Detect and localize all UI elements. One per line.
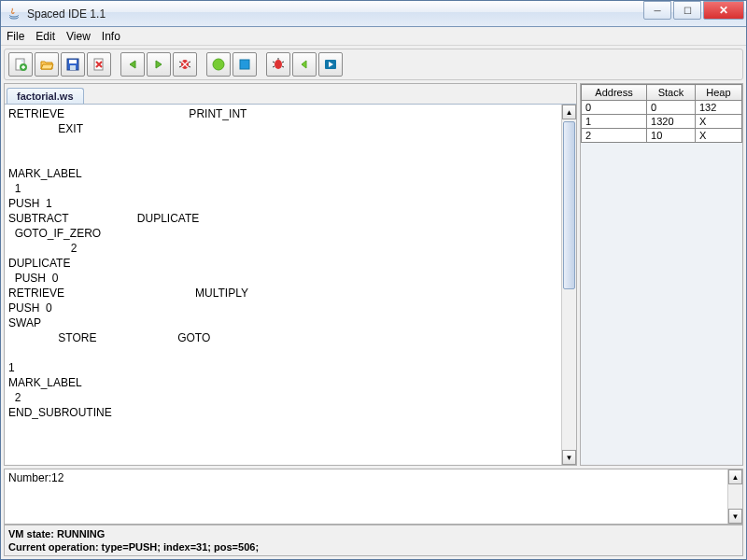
menu-view[interactable]: View <box>66 30 91 43</box>
upper-split: factorial.ws RETRIEVE PRINT_INT EXIT MAR… <box>4 83 743 466</box>
col-heap[interactable]: Heap <box>695 85 741 101</box>
editor: RETRIEVE PRINT_INT EXIT MARK_LABEL 1 PUS… <box>5 105 576 465</box>
step-forward-button[interactable] <box>318 52 343 77</box>
menu-edit[interactable]: Edit <box>35 30 55 43</box>
tab-factorial[interactable]: factorial.ws <box>7 88 84 104</box>
svg-point-9 <box>275 60 282 69</box>
memory-table: Address Stack Heap 0 0 132 1 1320 <box>581 84 742 143</box>
bug-x-icon <box>177 57 192 72</box>
output-pane: Number:12 ▲ ▼ <box>4 469 743 525</box>
menu-info[interactable]: Info <box>102 30 120 43</box>
table-row: 1 1320 X <box>582 115 742 129</box>
close-button[interactable]: ✕ <box>703 1 744 20</box>
arrow-right-icon <box>151 57 166 72</box>
col-stack[interactable]: Stack <box>647 85 696 101</box>
editor-content[interactable]: RETRIEVE PRINT_INT EXIT MARK_LABEL 1 PUS… <box>5 105 576 465</box>
svg-rect-3 <box>69 60 77 63</box>
maximize-button[interactable]: ☐ <box>673 1 701 20</box>
scroll-thumb[interactable] <box>563 121 575 289</box>
stop-button[interactable] <box>233 52 257 77</box>
output-text: Number:12 <box>8 471 63 484</box>
step-forward-icon <box>323 57 338 72</box>
current-op: Current operation: type=PUSH; index=31; … <box>8 540 739 553</box>
new-file-icon <box>13 57 28 72</box>
folder-open-icon <box>39 57 54 72</box>
titlebar: Spaced IDE 1.1 ─ ☐ ✕ <box>1 1 746 27</box>
arrow-left-icon <box>125 57 140 72</box>
save-button[interactable] <box>61 52 85 77</box>
debug-button[interactable] <box>266 52 290 77</box>
save-icon <box>65 57 80 72</box>
vm-state: VM state: RUNNING <box>8 527 739 540</box>
scroll-up-icon[interactable]: ▲ <box>562 105 576 119</box>
window-title: Spaced IDE 1.1 <box>27 7 643 21</box>
java-icon <box>7 7 21 21</box>
scroll-down-icon[interactable]: ▼ <box>562 450 576 465</box>
output-scrollbar[interactable]: ▲ ▼ <box>727 469 742 524</box>
menu-file[interactable]: File <box>7 30 24 43</box>
table-row: 0 0 132 <box>582 101 742 115</box>
run-icon <box>211 57 226 72</box>
clear-debug-button[interactable] <box>173 52 197 77</box>
delete-icon <box>92 57 106 72</box>
new-file-button[interactable] <box>8 52 33 77</box>
step-back-button[interactable] <box>292 52 317 77</box>
scroll-up-icon[interactable]: ▲ <box>728 469 742 484</box>
editor-pane: factorial.ws RETRIEVE PRINT_INT EXIT MAR… <box>4 83 577 466</box>
app-window: Spaced IDE 1.1 ─ ☐ ✕ File Edit View Info <box>0 0 747 560</box>
editor-scrollbar[interactable]: ▲ ▼ <box>561 105 576 465</box>
table-row: 2 10 X <box>582 129 742 143</box>
menubar: File Edit View Info <box>1 27 746 46</box>
col-address[interactable]: Address <box>582 85 647 101</box>
toolbar <box>4 49 743 80</box>
undo-button[interactable] <box>120 52 145 77</box>
editor-tabs: factorial.ws <box>5 84 576 105</box>
scroll-down-icon[interactable]: ▼ <box>728 509 742 524</box>
main-area: factorial.ws RETRIEVE PRINT_INT EXIT MAR… <box>4 83 743 525</box>
svg-rect-4 <box>70 65 76 70</box>
svg-point-7 <box>213 59 224 70</box>
memory-pane: Address Stack Heap 0 0 132 1 1320 <box>580 83 743 466</box>
bug-icon <box>271 57 286 72</box>
window-controls: ─ ☐ ✕ <box>643 1 746 26</box>
redo-button[interactable] <box>147 52 171 77</box>
step-back-icon <box>297 57 312 72</box>
minimize-button[interactable]: ─ <box>643 1 671 20</box>
stop-icon <box>237 57 252 72</box>
status-bar: VM state: RUNNING Current operation: typ… <box>4 525 743 556</box>
delete-button[interactable] <box>87 52 111 77</box>
run-button[interactable] <box>206 52 231 77</box>
open-button[interactable] <box>35 52 59 77</box>
svg-rect-8 <box>240 60 249 69</box>
